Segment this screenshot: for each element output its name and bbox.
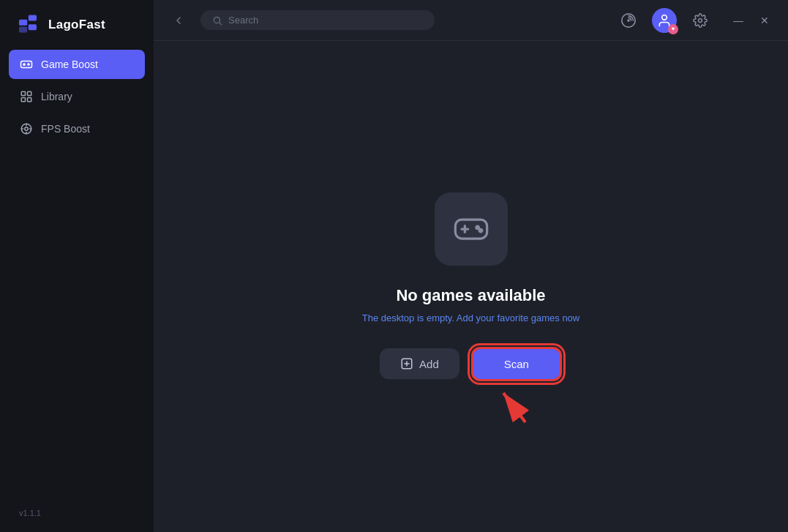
svg-point-27 <box>476 226 478 228</box>
svg-point-21 <box>628 20 629 21</box>
settings-button[interactable] <box>688 9 712 32</box>
arrow-indicator <box>489 378 540 432</box>
svg-rect-3 <box>19 26 27 32</box>
svg-rect-8 <box>21 91 25 95</box>
search-placeholder: Search <box>228 15 258 26</box>
svg-line-19 <box>219 22 222 24</box>
close-button[interactable]: ✕ <box>756 12 773 29</box>
sidebar-item-fps-boost[interactable]: FPS Boost <box>9 114 145 143</box>
sidebar-item-game-boost[interactable]: Game Boost <box>9 50 145 79</box>
scan-button[interactable]: Scan <box>471 347 562 381</box>
search-bar[interactable]: Search <box>200 10 435 30</box>
svg-point-13 <box>25 127 29 131</box>
back-button[interactable] <box>168 10 189 31</box>
svg-point-5 <box>23 64 25 65</box>
svg-rect-10 <box>21 98 25 102</box>
svg-rect-0 <box>19 20 27 26</box>
sidebar-item-fps-boost-label: FPS Boost <box>41 123 90 135</box>
add-button[interactable]: Add <box>380 348 459 379</box>
version-label: v1.1.1 <box>9 503 145 523</box>
action-buttons: Add Scan <box>380 347 562 381</box>
logo-icon <box>19 15 42 35</box>
svg-rect-9 <box>28 91 31 95</box>
sidebar: LagoFast Game Boost <box>0 0 154 532</box>
svg-rect-11 <box>28 98 31 102</box>
no-games-subtitle: The desktop is empty. Add your favorite … <box>362 312 579 323</box>
svg-point-22 <box>662 15 667 20</box>
gamepad-icon <box>452 210 490 248</box>
topbar-actions: ♥ — ✕ <box>617 8 773 33</box>
library-icon <box>19 89 34 104</box>
topbar: Search <box>154 0 788 41</box>
svg-rect-1 <box>29 15 37 20</box>
logo: LagoFast <box>9 9 145 50</box>
logo-text: LagoFast <box>48 18 105 32</box>
svg-point-28 <box>479 229 481 231</box>
game-boost-icon <box>19 57 34 72</box>
sidebar-item-game-boost-label: Game Boost <box>41 59 98 70</box>
sidebar-item-library[interactable]: Library <box>9 82 145 111</box>
fps-boost-icon <box>19 121 34 136</box>
svg-line-33 <box>503 393 525 422</box>
empty-state: No games available The desktop is empty.… <box>154 41 788 532</box>
speed-icon-button[interactable] <box>617 9 640 32</box>
search-icon <box>212 15 222 26</box>
sidebar-item-library-label: Library <box>41 91 72 102</box>
add-icon <box>400 357 413 370</box>
svg-rect-2 <box>29 24 37 30</box>
avatar-heart: ♥ <box>668 24 678 34</box>
window-controls: — ✕ <box>729 12 773 29</box>
minimize-button[interactable]: — <box>729 12 747 29</box>
no-games-title: No games available <box>396 286 545 305</box>
avatar[interactable]: ♥ <box>652 8 677 33</box>
svg-point-23 <box>699 18 702 22</box>
main-panel: Search <box>154 0 788 532</box>
empty-state-icon <box>435 192 508 266</box>
